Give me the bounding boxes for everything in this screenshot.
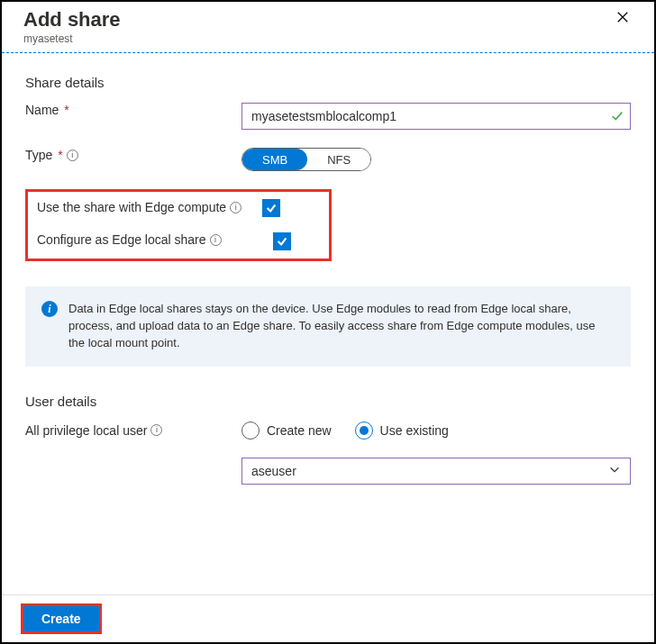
callout-text: Data in Edge local shares stays on the d… [68, 301, 615, 352]
user-dropdown-row: aseuser [25, 458, 631, 485]
panel-body: Share details Name* Type* i [2, 53, 654, 594]
info-icon[interactable]: i [210, 234, 222, 246]
privilege-user-radio-group: Create new Use existing [241, 422, 631, 440]
info-icon[interactable]: i [150, 424, 162, 436]
use-edge-compute-checkbox[interactable] [262, 199, 280, 217]
radio-use-existing[interactable]: Use existing [355, 422, 449, 440]
user-dropdown-value: aseuser [251, 464, 296, 478]
required-indicator: * [58, 148, 62, 162]
edge-local-share-row: Configure as Edge local share i [37, 232, 320, 251]
type-label: Type* i [25, 148, 241, 162]
use-edge-compute-label: Use the share with Edge compute [37, 199, 226, 216]
name-label: Name* [25, 103, 241, 117]
info-icon[interactable]: i [230, 202, 241, 213]
name-row: Name* [25, 103, 631, 130]
type-toggle: SMB NFS [241, 148, 371, 171]
edge-local-info-callout: i Data in Edge local shares stays on the… [25, 286, 631, 367]
create-button[interactable]: Create [23, 606, 99, 631]
user-dropdown[interactable]: aseuser [241, 458, 631, 485]
share-details-heading: Share details [25, 75, 631, 90]
panel-title: Add share [23, 7, 121, 32]
edge-local-share-checkbox[interactable] [273, 232, 291, 250]
panel-footer: Create [2, 594, 654, 642]
name-input[interactable] [241, 103, 631, 130]
required-indicator: * [64, 103, 68, 117]
use-edge-compute-row: Use the share with Edge compute i [37, 199, 320, 218]
edge-compute-highlight: Use the share with Edge compute i Config… [25, 189, 332, 261]
panel-header: Add share myasetest [2, 2, 654, 52]
type-row: Type* i SMB NFS [25, 148, 631, 171]
add-share-panel: Add share myasetest Share details Name* [0, 0, 656, 644]
close-icon [616, 11, 629, 23]
close-button[interactable] [613, 7, 633, 27]
user-details-heading: User details [25, 394, 631, 409]
type-option-nfs[interactable]: NFS [307, 149, 370, 170]
valid-check-icon [611, 110, 624, 122]
privilege-user-row: All privilege local user i Create new Us… [25, 422, 631, 440]
panel-subtitle: myasetest [23, 32, 121, 45]
type-option-smb[interactable]: SMB [242, 149, 307, 170]
chevron-down-icon [608, 463, 621, 478]
edge-local-share-label: Configure as Edge local share [37, 232, 206, 247]
privilege-user-label: All privilege local user [25, 423, 147, 438]
info-icon[interactable]: i [67, 150, 78, 161]
info-circle-icon: i [41, 301, 58, 317]
radio-create-new[interactable]: Create new [241, 422, 332, 440]
